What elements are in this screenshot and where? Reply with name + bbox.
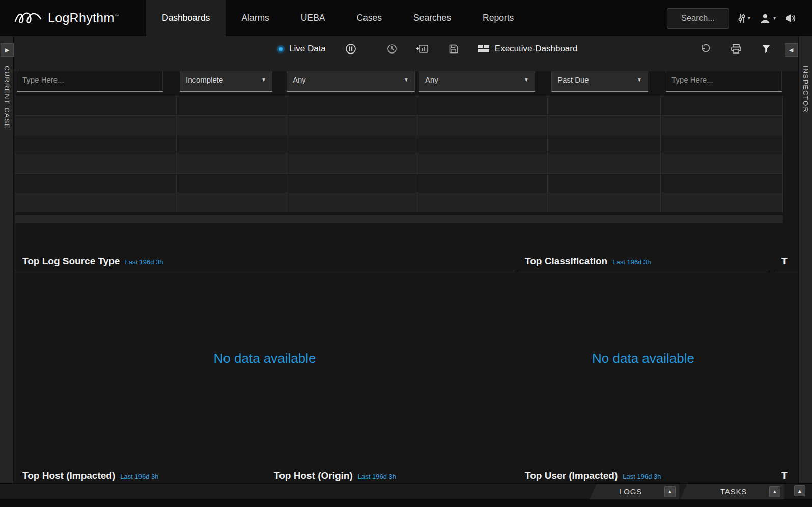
megaphone-icon [785,13,798,24]
widget-header: Top Host (Origin) Last 196d 3h [267,466,513,483]
case-table-cell [286,116,417,135]
logrhythm-console: LogRhythm™ Dashboards Alarms UEBA Cases … [0,0,812,507]
case-due-filter[interactable]: Past Due ▼ [551,71,648,92]
logs-label: LOGS [619,487,642,496]
case-table-cell [548,193,661,212]
case-table-row[interactable] [15,116,783,135]
widget-header: Top User (Impacted) Last 196d 3h [518,466,769,483]
inspector-expand-button[interactable]: ◀ [785,43,798,57]
time-range-button[interactable] [387,44,397,54]
widget-body [774,271,798,466]
case-table-cell [15,193,177,212]
case-table-cell [661,154,783,173]
widget-header: Top Host (Impacted) Last 196d 3h [15,466,261,483]
undo-icon [700,44,711,54]
filter-value: Any [293,75,306,84]
bottom-drawer-bar: LOGS ▲ TASKS ▲ [0,483,812,499]
case-filter-text-input[interactable] [17,71,163,92]
announcements-button[interactable] [785,13,798,24]
horizontal-scrollbar[interactable] [15,215,783,223]
pause-button[interactable] [345,43,356,55]
case-table-cell [661,174,783,193]
tab-dashboards[interactable]: Dashboards [146,0,226,36]
widget-truncated-top-right: T [774,252,798,466]
save-dashboard-button[interactable] [449,44,459,54]
widget-time-range: Last 196d 3h [612,258,651,266]
top-right-controls: Search... ▾ ▾ [667,0,812,36]
logo-wave-icon [14,9,42,28]
case-table-cell [15,116,177,135]
widget-title: Top Host (Impacted) [22,470,115,482]
tab-ueba[interactable]: UEBA [285,0,341,36]
filter-button[interactable] [761,44,771,54]
logs-expand-button[interactable]: ▲ [664,486,676,497]
corner-expand-button[interactable]: ▲ [794,485,805,496]
search-button[interactable]: Search... [667,8,729,29]
case-table-cell [417,116,548,135]
brand-name: LogRhythm™ [48,11,119,25]
case-table-row[interactable] [15,135,783,154]
widget-top-host-impacted: Top Host (Impacted) Last 196d 3h [15,466,261,483]
case-table-cell [286,96,417,115]
tab-alarms[interactable]: Alarms [226,0,285,36]
case-table-row[interactable] [15,193,783,212]
pause-icon [345,43,356,55]
select-caret-icon: ▼ [404,77,409,83]
dashboard-selector[interactable]: Executive-Dashboard [478,44,578,54]
preferences-menu[interactable]: ▾ [738,13,750,24]
case-filter-text-input-2[interactable] [666,71,782,92]
inspector-label: INSPECTOR [802,66,809,113]
live-data-label: Live Data [289,44,326,54]
case-table-cell [661,96,783,115]
widget-top-user-impacted: Top User (Impacted) Last 196d 3h [518,466,769,483]
tasks-expand-button[interactable]: ▲ [769,486,780,497]
window-bottom-strip [0,499,812,507]
current-case-panel-tab[interactable]: CURRENT CASE [0,36,14,483]
reset-button[interactable] [700,44,711,54]
arrow-up-icon: ▲ [797,488,802,494]
toolbar-right-group [700,36,771,62]
no-data-message: No data available [214,351,316,366]
widget-header: T [774,466,798,483]
case-filter-any-1[interactable]: Any ▼ [287,71,415,92]
case-table-row[interactable] [15,174,783,193]
logs-drawer-tab[interactable]: LOGS ▲ [590,484,679,499]
case-table-cell [177,193,286,212]
add-widget-icon [416,44,429,54]
case-table-cell [177,174,286,193]
case-table-body [15,96,783,212]
case-table-row[interactable] [15,96,783,116]
widget-truncated-bottom-right: T [774,466,798,483]
print-button[interactable] [731,44,742,54]
filter-value: Any [425,75,438,84]
arrow-up-icon: ▲ [772,489,777,494]
case-table-cell [417,154,548,173]
widget-time-range: Last 196d 3h [623,473,661,481]
case-filter-any-2[interactable]: Any ▼ [419,71,535,92]
add-widget-button[interactable] [416,44,429,54]
select-caret-icon: ▼ [637,77,642,83]
tab-reports[interactable]: Reports [467,0,529,36]
user-menu[interactable]: ▾ [759,13,776,24]
case-table-cell [548,135,661,154]
current-case-expand-button[interactable]: ▶ [1,43,14,57]
case-table-row[interactable] [15,154,783,174]
main-nav-tabs: Dashboards Alarms UEBA Cases Searches Re… [146,0,529,36]
due-filter-value: Past Due [557,75,589,84]
live-data-toggle[interactable]: Live Data [277,44,326,54]
case-table-cell [417,135,548,154]
top-navigation: LogRhythm™ Dashboards Alarms UEBA Cases … [0,0,812,36]
tab-searches[interactable]: Searches [398,0,467,36]
case-table-cell [286,174,417,193]
widget-header: Top Classification Last 196d 3h [518,252,769,271]
case-status-filter[interactable]: Incomplete ▼ [180,71,272,92]
widget-title: T [781,470,788,482]
layout-grid-icon [478,45,489,53]
case-table-cell [548,116,661,135]
widget-title: T [781,256,788,267]
no-data-message: No data available [592,351,694,366]
tab-cases[interactable]: Cases [341,0,398,36]
tasks-drawer-tab[interactable]: TASKS ▲ [680,484,784,499]
inspector-panel-tab[interactable]: INSPECTOR [798,36,812,483]
arrow-up-icon: ▲ [667,489,673,494]
